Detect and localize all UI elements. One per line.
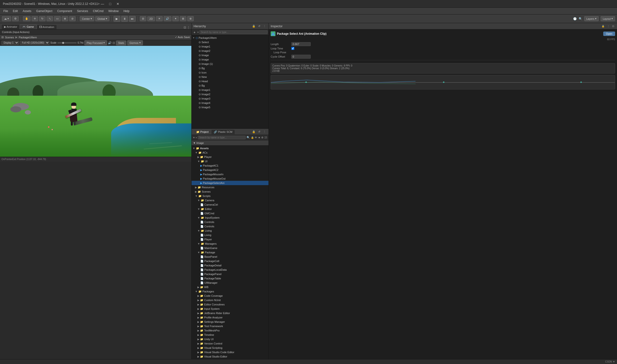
gizmos-toggle[interactable]: ⊛ xyxy=(187,16,194,21)
project-player-script[interactable]: 📄 Player xyxy=(192,237,269,242)
play-button[interactable]: ▶ xyxy=(114,16,120,22)
step-button[interactable]: ⏭ xyxy=(129,16,136,22)
inspector-lock-button[interactable]: 🔒 xyxy=(601,25,605,28)
hierarchy-lock-icon[interactable]: 🔒 xyxy=(252,24,256,28)
project-maingame[interactable]: 📄 MainGame xyxy=(192,246,269,250)
layout-dropdown-button[interactable]: Layout ▾ xyxy=(601,16,615,21)
cycle-offset-input[interactable] xyxy=(291,55,311,59)
tab-game[interactable]: 🎮 Game xyxy=(20,24,36,29)
project-package-folder[interactable]: ▼ 📁 Package xyxy=(192,250,269,255)
hand-tool[interactable]: ✋ xyxy=(23,16,31,21)
custom-tool[interactable]: ⊘ xyxy=(69,16,76,21)
global-local-toggle[interactable]: Global ▾ xyxy=(95,16,109,21)
hierarchy-item-select[interactable]: ⊙ Select xyxy=(192,40,269,44)
project-editorcoroutines[interactable]: ▶ 📁 Editor Coroutines xyxy=(192,302,269,307)
project-scenes-folder[interactable]: ▶ 📁 Scenes xyxy=(192,189,269,194)
project-wb-folder[interactable]: ▶ 📁 WB xyxy=(192,285,269,289)
effects-toggle[interactable]: ✦ xyxy=(172,16,179,21)
menu-gameobject[interactable]: GameObject xyxy=(34,8,55,14)
move-tool[interactable]: ✛ xyxy=(32,16,38,21)
project-customnunit[interactable]: ▶ 📁 Custom NUnit xyxy=(192,298,269,302)
project-settingsmanager[interactable]: ▶ 📁 Settings Manager xyxy=(192,320,269,324)
hierarchy-item-packageuiitem[interactable]: ▼ ⬡ PackageUIItem xyxy=(192,36,269,40)
scale-tool[interactable]: ⤡ xyxy=(47,16,53,21)
project-profileanalyzer[interactable]: ▶ 📁 Profile Analyzer xyxy=(192,315,269,320)
mute-icon[interactable]: 🔊 xyxy=(108,41,112,45)
project-textmeshpro[interactable]: ▶ 📁 TextMeshPro xyxy=(192,328,269,333)
project-player-folder[interactable]: ▶ 📁 Player xyxy=(192,155,269,159)
eye-icon-proj[interactable]: 👁 xyxy=(255,136,257,139)
hierarchy-item-image5[interactable]: ⊙ Image5 xyxy=(192,105,269,109)
project-lock-icon[interactable]: 🔒 xyxy=(252,130,256,134)
filter-icon[interactable]: 🔍 xyxy=(246,136,250,139)
hierarchy-item-image2b[interactable]: ⊙ Image2 xyxy=(192,92,269,96)
minimize-button[interactable]: — xyxy=(100,1,105,7)
project-living-folder[interactable]: ▼ 📁 Living xyxy=(192,229,269,233)
project-packagetable[interactable]: 📄 PackageTable xyxy=(192,276,269,281)
project-visualscripting[interactable]: ▶ 📁 Visual Scripting xyxy=(192,346,269,350)
close-button[interactable]: ✕ xyxy=(115,1,121,7)
hierarchy-dropdown-icon[interactable]: ▾ xyxy=(197,31,199,34)
hierarchy-item-image1[interactable]: ⊙ Image1 xyxy=(192,44,269,49)
project-managers-folder[interactable]: ▼ 📁 Managers xyxy=(192,242,269,246)
lighting-toggle[interactable]: ☀ xyxy=(156,16,163,21)
transform-tool[interactable]: ⊕ xyxy=(62,16,68,21)
menu-window[interactable]: Window xyxy=(106,8,121,14)
project-codecoverage[interactable]: ▶ 📁 Code Coverage xyxy=(192,294,269,298)
menu-assets[interactable]: Assets xyxy=(20,8,34,14)
menu-cmcmd[interactable]: CMCmd xyxy=(90,8,106,14)
tab-animation[interactable]: 🎞 Animation xyxy=(37,25,57,29)
project-unityui[interactable]: ▶ 📁 Unity UI xyxy=(192,337,269,341)
rect-tool[interactable]: ▭ xyxy=(54,16,61,21)
project-timeline[interactable]: ▶ 📁 Timeline xyxy=(192,333,269,337)
pause-button[interactable]: ⏸ xyxy=(121,16,128,22)
settings-icon-proj[interactable]: ⚙ xyxy=(261,136,263,139)
view-options-icon[interactable]: ⋮ xyxy=(187,26,190,29)
gizmos-button[interactable]: Gizmos ▾ xyxy=(127,40,143,45)
overlay-toggle[interactable]: ⊞ xyxy=(180,16,186,21)
hierarchy-item-image-1[interactable]: ⊙ Image (1) xyxy=(192,62,269,66)
maximize-button[interactable]: □ xyxy=(107,1,113,7)
project-packagemouseout[interactable]: ▶ PackageMouseOut xyxy=(192,176,269,181)
project-uimanager[interactable]: 📄 UIManager xyxy=(192,281,269,285)
hierarchy-item-icon[interactable]: ⊙ Icon xyxy=(192,70,269,75)
vr-icon[interactable]: ⊡ xyxy=(113,41,115,45)
layers-dropdown-button[interactable]: Layers ▾ xyxy=(584,16,599,21)
stats-button[interactable]: Stats xyxy=(116,40,126,45)
project-more-icon[interactable]: ⋮ xyxy=(262,130,267,134)
game-resolution-select[interactable]: Full HD (1920x1080) xyxy=(20,41,49,45)
star-icon-proj[interactable]: ★ xyxy=(258,136,260,139)
tab-project[interactable]: 📁 Project xyxy=(193,130,211,134)
project-jetbrains[interactable]: ▶ 📁 JetBrains Rider Editor xyxy=(192,311,269,315)
maximize-view-icon[interactable]: ⊡ xyxy=(184,26,186,29)
project-versioncontrol[interactable]: ▶ 📁 Version Control xyxy=(192,341,269,346)
hierarchy-item-new[interactable]: ⊙ New xyxy=(192,75,269,79)
hierarchy-item-image3[interactable]: ⊙ Image3 xyxy=(192,96,269,101)
project-testframework[interactable]: ▶ 📁 Test Framework xyxy=(192,324,269,328)
scale-track[interactable] xyxy=(57,42,77,43)
project-add-btn[interactable]: + xyxy=(193,136,195,139)
project-add-dropdown[interactable]: ▾ xyxy=(196,136,197,139)
project-basepanel[interactable]: 📄 BasePanel xyxy=(192,255,269,259)
project-controls-2[interactable]: 📄 Controls xyxy=(192,224,269,229)
project-acs-folder[interactable]: ▼ 📁 ACs xyxy=(192,150,269,155)
hierarchy-refresh-icon[interactable]: ↺ xyxy=(257,24,261,28)
project-inputsystem-pkg[interactable]: ▶ 📁 Input System xyxy=(192,307,269,311)
project-vs-editor[interactable]: ▶ 📁 Visual Studio Editor xyxy=(192,354,269,359)
project-packagecell[interactable]: 📄 PackageCell xyxy=(192,259,269,263)
project-search-input[interactable] xyxy=(198,136,245,139)
project-packageselectani[interactable]: ▶ PackageSelectAni xyxy=(192,181,269,185)
game-display-select[interactable]: Display 1 xyxy=(1,41,19,45)
audio-toggle[interactable]: 🔊 xyxy=(164,16,171,21)
project-cameractrl[interactable]: 📄 CameraCtrl xyxy=(192,203,269,207)
tab-animator[interactable]: ▶ Animator xyxy=(1,24,20,29)
center-pivot-toggle[interactable]: Center ▾ xyxy=(80,16,94,21)
inspector-maximize-button[interactable]: ⊡ xyxy=(611,25,615,28)
hierarchy-item-image1b[interactable]: ⊙ Image1 xyxy=(192,88,269,92)
loop-time-checkbox[interactable] xyxy=(291,47,294,50)
project-packages-folder[interactable]: ▼ 📁 Packages xyxy=(192,289,269,294)
project-inputsystem-folder[interactable]: ▼ 📁 InputSystem xyxy=(192,216,269,220)
snap-settings[interactable]: ⊟ xyxy=(140,16,146,21)
project-packagepanel[interactable]: 📄 PackagePanel xyxy=(192,272,269,276)
lock-icon-proj[interactable]: 🔒 xyxy=(251,136,254,139)
